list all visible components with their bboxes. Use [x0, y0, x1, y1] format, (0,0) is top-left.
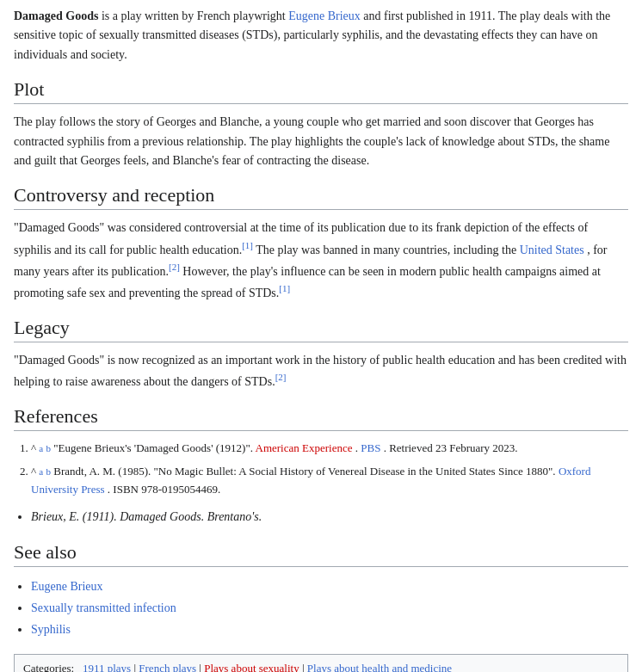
references-heading: References [14, 405, 628, 431]
intro-paragraph: Damaged Goods is a play written by Frenc… [14, 7, 628, 65]
american-experience-link[interactable]: American Experience [256, 441, 353, 454]
ref-1a[interactable]: [1] [242, 240, 253, 251]
see-also-item-3: Syphilis [31, 619, 628, 640]
see-also-section: See also Eugene Brieux Sexually transmit… [14, 541, 628, 641]
controversy-section: Controversy and reception "Damaged Goods… [14, 184, 628, 303]
see-also-item-2: Sexually transmitted infection [31, 597, 628, 619]
categories-bar: Categories: 1911 plays | French plays | … [14, 654, 628, 672]
references-section: References ^ a b "Eugene Brieux's 'Damag… [14, 405, 628, 527]
syphilis-link[interactable]: Syphilis [31, 623, 71, 636]
ref-1b[interactable]: [1] [279, 283, 290, 294]
united-states-link[interactable]: United States [520, 243, 584, 256]
reference-item-1: ^ a b "Eugene Brieux's 'Damaged Goods' (… [31, 440, 628, 458]
controversy-text-2: The play was banned in many countries, i… [256, 243, 519, 256]
ref1-end: . Retrieved 23 February 2023. [384, 441, 518, 454]
reference-item-2: ^ a b Brandt, A. M. (1985). "No Magic Bu… [31, 463, 628, 499]
legacy-heading: Legacy [14, 317, 628, 342]
legacy-text: "Damaged Goods" is now recognized as an … [14, 354, 627, 388]
sti-link[interactable]: Sexually transmitted infection [31, 601, 176, 614]
ref1-caret: ^ [31, 441, 39, 454]
ref1-text: "Eugene Brieux's 'Damaged Goods' (1912)"… [53, 441, 255, 454]
see-also-list: Eugene Brieux Sexually transmitted infec… [31, 576, 628, 641]
plot-heading: Plot [14, 78, 628, 104]
ref1-b-link[interactable]: b [46, 443, 52, 453]
ref-2b[interactable]: [2] [275, 372, 287, 383]
references-list: ^ a b "Eugene Brieux's 'Damaged Goods' (… [31, 440, 628, 498]
legacy-body: "Damaged Goods" is now recognized as an … [14, 351, 628, 391]
ref2-b-link[interactable]: b [46, 466, 52, 477]
category-1911-plays[interactable]: 1911 plays [83, 662, 131, 672]
ref2-a-link[interactable]: a [39, 466, 43, 477]
intro-bold: Damaged Goods [14, 9, 98, 22]
extra-ref-item: Brieux, E. (1911). Damaged Goods. Brenta… [31, 506, 628, 527]
ref2-text: Brandt, A. M. (1985). "No Magic Bullet: … [53, 465, 559, 478]
category-plays-health[interactable]: Plays about health and medicine [307, 662, 452, 672]
ref1-a-link[interactable]: a [39, 443, 43, 453]
plot-body: The play follows the story of Georges an… [14, 113, 628, 170]
intro-text-1: is a play written by French playwright [102, 9, 288, 22]
plot-section: Plot The play follows the story of Georg… [14, 78, 628, 170]
see-also-heading: See also [14, 541, 628, 567]
pbs-link[interactable]: PBS [361, 441, 380, 454]
controversy-body: "Damaged Goods" was considered controver… [14, 219, 628, 303]
extra-ref-text: Brieux, E. (1911). Damaged Goods. Brenta… [31, 510, 262, 523]
categories-separator-0 [77, 662, 79, 672]
legacy-section: Legacy "Damaged Goods" is now recognized… [14, 317, 628, 391]
see-also-item-1: Eugene Brieux [31, 576, 628, 597]
eugene-brieux-link[interactable]: Eugene Brieux [288, 9, 361, 22]
categories-label: Categories: [23, 662, 74, 672]
ref2-end: . ISBN 978-0195054469. [108, 483, 220, 496]
extra-references-list: Brieux, E. (1911). Damaged Goods. Brenta… [31, 506, 628, 527]
category-plays-sexuality[interactable]: Plays about sexuality [204, 662, 299, 672]
eugene-brieux-see-also-link[interactable]: Eugene Brieux [31, 580, 103, 593]
ref2-caret: ^ [31, 465, 39, 478]
category-french-plays[interactable]: French plays [139, 662, 196, 672]
ref-2a[interactable]: [2] [169, 262, 180, 273]
controversy-heading: Controversy and reception [14, 184, 628, 210]
